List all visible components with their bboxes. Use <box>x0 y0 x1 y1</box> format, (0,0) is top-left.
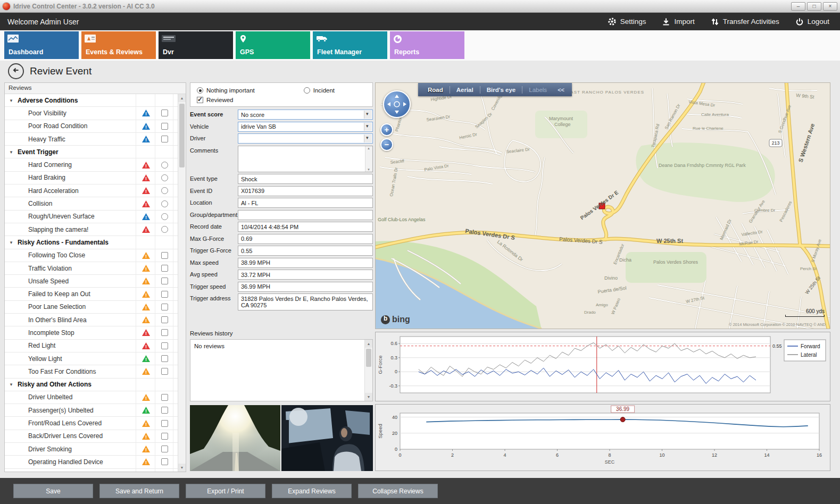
tree-item-passenger-s-unbelted[interactable]: Passenger(s) Unbelted! <box>5 404 178 417</box>
field-comments[interactable] <box>238 146 373 172</box>
caret-down-icon[interactable]: ▾ <box>5 98 18 103</box>
trigger-speed-marker[interactable] <box>620 417 625 422</box>
review-radio[interactable] <box>161 187 168 194</box>
scrollbar-thumb[interactable] <box>179 104 185 167</box>
tree-item-poor-road-condition[interactable]: Poor Road Condition! <box>5 120 178 133</box>
map-zoom-in-button[interactable] <box>380 123 393 136</box>
review-radio[interactable] <box>161 226 168 233</box>
field-group-department[interactable] <box>238 210 373 220</box>
review-checkbox[interactable] <box>161 329 168 336</box>
field-max-g-force[interactable]: 0.69 <box>238 234 373 244</box>
tab-gps[interactable]: GPS <box>236 31 310 59</box>
logout-button[interactable]: Logout <box>795 17 829 26</box>
back-button[interactable] <box>8 63 24 79</box>
tree-item-collision[interactable]: Collision! <box>5 197 178 210</box>
tree-item-poor-lane-selection[interactable]: Poor Lane Selection! <box>5 301 178 314</box>
caret-down-icon[interactable]: ▾ <box>5 149 18 155</box>
tree-item-following-too-close[interactable]: Following Too Close! <box>5 249 178 262</box>
field-record-date[interactable]: 10/4/2014 4:48:54 PM <box>238 222 373 232</box>
tree-item-poor-visibility[interactable]: Poor Visibility! <box>5 107 178 120</box>
tree-item-operating-handled-device[interactable]: Operating Handled Device! <box>5 456 178 468</box>
map-pan-control[interactable] <box>383 90 411 118</box>
scroll-up-icon[interactable] <box>365 340 372 348</box>
map-toolbar-collapse[interactable]: << <box>553 87 569 93</box>
save-and-return-button[interactable]: Save and Return <box>99 484 179 498</box>
tree-group-risky-and-other-actions[interactable]: ▾Risky and Other Actions <box>5 379 178 391</box>
scroll-down-icon[interactable] <box>178 464 186 472</box>
review-checkbox[interactable] <box>161 446 168 452</box>
review-radio[interactable] <box>161 162 168 169</box>
tree-item-red-light[interactable]: Red Light! <box>5 340 178 352</box>
field-max-speed[interactable]: 38.99 MPH <box>238 258 373 268</box>
field-location[interactable]: Al - FL <box>238 198 373 208</box>
map-container[interactable]: 213 EAST RANCHO PALOS VERDESMarymountCol… <box>375 82 830 329</box>
field-vehicle[interactable]: idrive Van SB <box>238 122 373 132</box>
reviews-history-scrollbar[interactable] <box>364 340 372 401</box>
chevron-down-icon[interactable] <box>364 123 372 131</box>
checkbox-reviewed[interactable] <box>197 97 203 103</box>
tree-item-front-road-lens-covered[interactable]: Front/Road Lens Covered! <box>5 417 178 430</box>
tab-fleet-manager[interactable]: Fleet Manager <box>313 31 387 59</box>
chevron-down-icon[interactable] <box>364 111 372 119</box>
radio-incident[interactable] <box>304 87 310 94</box>
bing-logo[interactable]: bing <box>381 315 410 324</box>
review-radio[interactable] <box>161 174 168 181</box>
tree-item-unsafe-speed[interactable]: Unsafe Speed! <box>5 275 178 288</box>
radio-nothing-important[interactable] <box>197 87 203 94</box>
review-checkbox[interactable] <box>161 123 168 130</box>
review-checkbox[interactable] <box>161 291 168 298</box>
collapse-reviews-button[interactable]: Collapse Reviews <box>358 484 438 498</box>
tree-item-in-other-s-blind-area[interactable]: In Other's Blind Area! <box>5 314 178 326</box>
scroll-down-icon[interactable] <box>365 393 372 401</box>
tree-item-yellow-light[interactable]: Yellow Light! <box>5 352 178 365</box>
close-button[interactable]: × <box>823 2 837 11</box>
review-checkbox[interactable] <box>161 355 168 362</box>
map-zoom-out-button[interactable] <box>380 138 393 151</box>
transfer-activities-button[interactable]: Transfer Activities <box>711 17 779 26</box>
map-view-labels[interactable]: Labels <box>522 87 553 93</box>
expand-reviews-button[interactable]: Expand Reviews <box>272 484 352 498</box>
tree-item-back-driver-lens-covered[interactable]: Back/Driver Lens Covered! <box>5 430 178 443</box>
settings-button[interactable]: Settings <box>608 17 646 26</box>
review-checkbox[interactable] <box>161 407 168 414</box>
review-checkbox[interactable] <box>161 342 168 349</box>
tree-item-failed-to-keep-an-out[interactable]: Failed to Keep an Out! <box>5 288 178 300</box>
review-radio[interactable] <box>161 200 168 207</box>
field-trigger-speed[interactable]: 36.99 MPH <box>238 282 373 292</box>
review-radio[interactable] <box>161 213 168 220</box>
tree-item-slapping-the-camera[interactable]: Slapping the camera!! <box>5 223 178 236</box>
tree-item-driver-unbelted[interactable]: Driver Unbelted! <box>5 391 178 404</box>
import-button[interactable]: Import <box>662 17 694 26</box>
cabin-camera-frame[interactable] <box>281 405 373 471</box>
tree-item-hard-cornering[interactable]: Hard Cornering! <box>5 158 178 171</box>
field-trigger-address[interactable]: 31828 Palos Verdes Dr E, Rancho Palos Ve… <box>238 293 373 310</box>
tree-item-partial[interactable] <box>5 469 178 472</box>
minimize-button[interactable]: – <box>791 2 805 11</box>
tree-item-traffic-violation[interactable]: Traffic Violation! <box>5 262 178 275</box>
review-checkbox[interactable] <box>161 458 168 465</box>
review-checkbox[interactable] <box>161 265 168 272</box>
field-event-type[interactable]: Shock <box>238 174 373 184</box>
export-print-button[interactable]: Export / Print <box>186 484 265 498</box>
map-view-birds-eye[interactable]: Bird's eye <box>480 87 522 93</box>
tree-item-driver-smoking[interactable]: Driver Smoking! <box>5 443 178 456</box>
tree-group-risky-actions-fundamentals[interactable]: ▾Risky Actions - Fundamentals <box>5 236 178 249</box>
save-button[interactable]: Save <box>13 484 93 498</box>
tree-item-hard-acceleration[interactable]: Hard Acceleration! <box>5 184 178 197</box>
scroll-up-icon[interactable] <box>178 94 186 102</box>
field-event-id[interactable]: X017639 <box>238 186 373 196</box>
tree-item-rough-uneven-surface[interactable]: Rough/Uneven Surface! <box>5 211 178 223</box>
tab-dashboard[interactable]: Dashboard <box>4 31 79 59</box>
chevron-down-icon[interactable] <box>364 135 372 142</box>
tree-item-hard-braking[interactable]: Hard Braking! <box>5 172 178 184</box>
textarea-scrollbar[interactable] <box>365 146 372 172</box>
tree-group-event-trigger[interactable]: ▾Event Trigger <box>5 146 178 158</box>
field-driver[interactable] <box>238 133 373 144</box>
caret-down-icon[interactable]: ▾ <box>5 382 18 387</box>
tab-dvr[interactable]: Dvr <box>159 31 233 59</box>
caret-down-icon[interactable]: ▾ <box>5 240 18 245</box>
review-checkbox[interactable] <box>161 394 168 401</box>
tree-item-heavy-traffic[interactable]: Heavy Traffic! <box>5 133 178 146</box>
tree-group-adverse-conditions[interactable]: ▾Adverse Conditions <box>5 94 178 107</box>
review-checkbox[interactable] <box>161 420 168 427</box>
